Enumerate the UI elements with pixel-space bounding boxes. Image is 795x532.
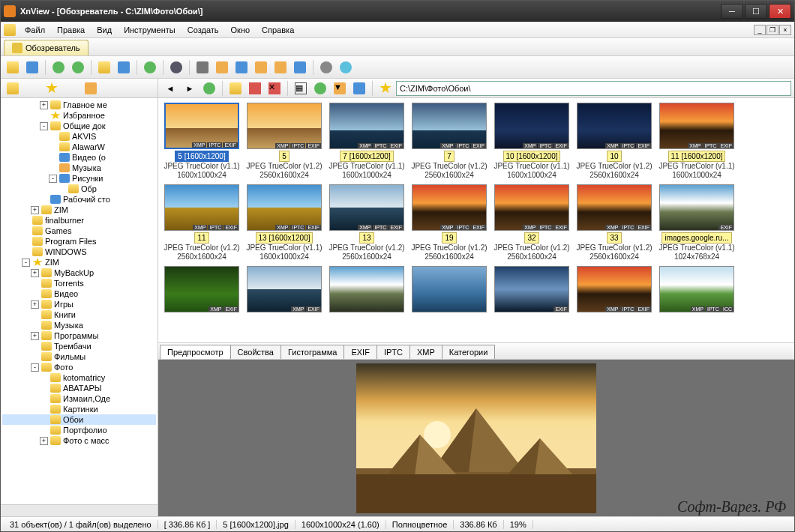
preview-tab-свойства[interactable]: Свойства [230, 345, 281, 359]
close-button[interactable]: ✕ [769, 4, 791, 19]
tree-item[interactable]: Program Files [2, 236, 156, 247]
mdi-close-button[interactable]: × [779, 25, 791, 35]
thumbnail[interactable]: EXIF [493, 266, 571, 312]
tree-toggle-icon[interactable]: - [40, 122, 48, 130]
tree-item[interactable]: Измаил,Оде [2, 393, 156, 404]
fullscreen-button[interactable] [23, 58, 41, 76]
open-button[interactable] [4, 58, 22, 76]
recurse-button[interactable] [350, 79, 368, 97]
menu-создать[interactable]: Создать [182, 24, 225, 36]
maximize-button[interactable]: ☐ [745, 4, 767, 19]
tree-item[interactable]: Видео (о [2, 152, 156, 163]
rename-button[interactable] [246, 79, 264, 97]
print-button[interactable] [194, 58, 212, 76]
tab-browser[interactable]: Обозреватель [4, 40, 88, 55]
tree-item[interactable]: -ZIM [2, 257, 156, 267]
tree-item[interactable]: АВАТАРЫ [2, 383, 156, 393]
tree-item[interactable]: Музыка [2, 320, 156, 330]
thumbnail[interactable]: XMPIPTCEXIF11JPEG TrueColor (v1.2)2560x1… [163, 184, 241, 262]
preview-tab-xmp[interactable]: XMP [410, 345, 442, 359]
thumbnail[interactable]: XMPEXIF [163, 266, 241, 312]
tree-toggle-icon[interactable]: + [31, 332, 39, 340]
tree-item[interactable]: AlawarW [2, 142, 156, 152]
menu-вид[interactable]: Вид [91, 24, 118, 36]
menu-файл[interactable]: Файл [19, 24, 51, 36]
tree-item[interactable]: kotomatricy [2, 372, 156, 383]
tree-item[interactable]: Портфолио [2, 425, 156, 435]
tree-item[interactable]: Games [2, 226, 156, 236]
thumbnail[interactable]: XMPIPTCEXIF5 [1600x1200]JPEG TrueColor (… [163, 103, 241, 180]
tree-toggle-icon[interactable]: + [31, 269, 39, 277]
tree-item[interactable]: -Фото [2, 362, 156, 372]
thumbnail[interactable]: XMPIPTCEXIF5JPEG TrueColor (v1.2)2560x16… [245, 103, 323, 180]
thumbnail[interactable]: XMPIPTCEXIF11 [1600x1200]JPEG TrueColor … [658, 103, 736, 180]
add-button[interactable] [95, 58, 113, 76]
mdi-minimize-button[interactable]: _ [754, 25, 766, 35]
tree-item[interactable]: -Общие док [2, 121, 156, 131]
tree-item[interactable]: Фильмы [2, 351, 156, 362]
nav-up-button[interactable] [200, 79, 218, 97]
fav-star-button[interactable] [376, 79, 394, 97]
delete-button[interactable]: ✕ [266, 79, 284, 97]
preview-area[interactable] [158, 360, 794, 516]
folder-tab-icon[interactable] [4, 79, 22, 97]
tree-toggle-icon[interactable]: + [31, 300, 39, 309]
tree-item[interactable]: +Фото с масс [2, 435, 156, 446]
preview-tab-предпросмотр[interactable]: Предпросмотр [160, 345, 231, 359]
thumbnail-grid[interactable]: XMPIPTCEXIF5 [1600x1200]JPEG TrueColor (… [158, 98, 794, 342]
menu-инструменты[interactable]: Инструменты [118, 24, 182, 36]
thumbnail[interactable]: XMPEXIF [245, 266, 323, 312]
preview-tab-exif[interactable]: EXIF [344, 345, 376, 359]
tree-scrollbar[interactable] [1, 504, 158, 516]
tree-item[interactable]: -Рисунки [2, 173, 156, 184]
thumbnail[interactable]: XMPIPTCICC [658, 266, 736, 312]
nav-forward-button[interactable]: ► [181, 79, 199, 97]
new-folder-button[interactable] [226, 79, 244, 97]
thumbnail[interactable]: XMPIPTCEXIF13 [1600x1200]JPEG TrueColor … [245, 184, 323, 262]
tree-item[interactable]: Видео [2, 288, 156, 299]
about-button[interactable] [337, 58, 355, 76]
tree-item[interactable]: Музыка [2, 163, 156, 173]
tree-item[interactable]: +Игры [2, 299, 156, 309]
web-button[interactable] [291, 58, 309, 76]
copy-button[interactable] [115, 58, 133, 76]
slideshow-button[interactable] [213, 58, 231, 76]
tree-item[interactable]: Torrents [2, 278, 156, 288]
reload-button[interactable] [50, 58, 68, 76]
titlebar[interactable]: XnView - [Обозреватель - C:\ZIM\Фото\Обо… [1, 1, 794, 22]
tree-item[interactable]: +Главное ме [2, 100, 156, 110]
sort-button[interactable] [311, 79, 329, 97]
tree-item[interactable]: Рабочий сто [2, 194, 156, 205]
import-button[interactable] [141, 58, 159, 76]
tree-item[interactable]: Книги [2, 309, 156, 320]
batch-button[interactable] [272, 58, 290, 76]
categories-tab-icon[interactable] [82, 79, 100, 97]
preview-tab-гистограмма[interactable]: Гистограмма [280, 345, 345, 359]
tree-toggle-icon[interactable]: + [31, 206, 39, 214]
thumbnail[interactable]: XMPIPTCEXIF13JPEG TrueColor (v1.2)2560x1… [328, 184, 406, 262]
thumbnail[interactable] [410, 266, 488, 312]
preview-tab-категории[interactable]: Категории [442, 345, 496, 359]
thumbnail[interactable]: XMPIPTCEXIF33JPEG TrueColor (v1.2)2560x1… [575, 184, 653, 262]
thumbnail[interactable]: EXIFimages.google.ru...JPEG TrueColor (v… [658, 184, 736, 262]
thumbnail[interactable]: XMPIPTCEXIF [575, 266, 653, 312]
tree-toggle-icon[interactable]: - [22, 259, 30, 267]
thumbnail[interactable]: XMPIPTCEXIF10 [1600x1200]JPEG TrueColor … [493, 103, 571, 180]
filter-button[interactable]: ▼ [331, 79, 349, 97]
tree-item[interactable]: +Программы [2, 330, 156, 341]
tree-item[interactable]: Обр [2, 184, 156, 194]
tree-item[interactable]: AKVIS [2, 131, 156, 142]
binoculars-icon[interactable] [167, 58, 185, 76]
settings-button[interactable] [317, 58, 335, 76]
tree-item[interactable]: Картинки [2, 404, 156, 414]
mdi-restore-button[interactable]: ❐ [766, 25, 778, 35]
favorites-tab-icon[interactable] [43, 79, 61, 97]
thumbnail[interactable]: XMPIPTCEXIF7JPEG TrueColor (v1.2)2560x16… [410, 103, 488, 180]
tree-toggle-icon[interactable]: + [40, 101, 48, 109]
tree-item[interactable]: Избранное [2, 110, 156, 121]
refresh-button[interactable] [69, 58, 87, 76]
menu-правка[interactable]: Правка [51, 24, 91, 36]
menu-окно[interactable]: Окно [225, 24, 256, 36]
thumbnail[interactable] [328, 266, 406, 312]
thumbnail[interactable]: XMPIPTCEXIF19JPEG TrueColor (v1.2)2560x1… [410, 184, 488, 262]
